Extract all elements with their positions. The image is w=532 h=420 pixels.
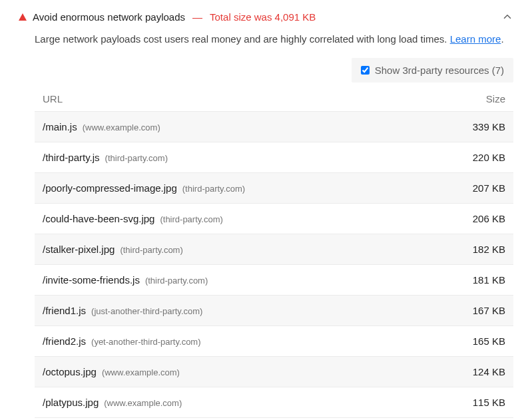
resource-size: 167 KB bbox=[445, 305, 505, 316]
url-cell[interactable]: /main.js(www.example.com) bbox=[43, 121, 445, 132]
resource-size: 220 KB bbox=[445, 152, 505, 163]
table-row: /friend1.js(just-another-third-party.com… bbox=[35, 296, 513, 326]
fail-triangle-icon bbox=[19, 13, 27, 21]
resource-path: /main.js bbox=[43, 121, 77, 132]
table-row: /poorly-compressed-image.jpg(third-party… bbox=[35, 173, 513, 204]
resource-path: /stalker-pixel.jpg bbox=[43, 244, 115, 255]
url-cell[interactable]: /stalker-pixel.jpg(third-party.com) bbox=[43, 244, 445, 255]
resource-origin: (third-party.com) bbox=[145, 276, 208, 286]
resource-origin: (third-party.com) bbox=[160, 214, 222, 224]
learn-more-link[interactable]: Learn more bbox=[450, 33, 501, 45]
third-party-label: Show 3rd-party resources (7) bbox=[375, 65, 504, 76]
table-row: /could-have-been-svg.jpg(third-party.com… bbox=[35, 204, 513, 234]
description-suffix: . bbox=[501, 33, 503, 45]
url-cell[interactable]: /octopus.jpg(www.example.com) bbox=[43, 366, 445, 377]
resource-origin: (www.example.com) bbox=[83, 122, 160, 132]
third-party-checkbox[interactable] bbox=[361, 66, 370, 75]
resource-path: /invite-some-friends.js bbox=[43, 274, 140, 286]
table-header: URL Size bbox=[35, 87, 513, 112]
resource-origin: (just-another-third-party.com) bbox=[91, 306, 202, 316]
resource-size: 124 KB bbox=[445, 366, 505, 377]
table-row: /octopus.jpg(www.example.com)124 KB bbox=[35, 357, 513, 387]
url-cell[interactable]: /could-have-been-svg.jpg(third-party.com… bbox=[43, 213, 445, 224]
resource-path: /third-party.js bbox=[43, 152, 100, 163]
third-party-toggle-row: Show 3rd-party resources (7) bbox=[35, 58, 513, 83]
audit-body: Large network payloads cost users real m… bbox=[19, 23, 513, 418]
resource-origin: (third-party.com) bbox=[182, 184, 245, 194]
url-cell[interactable]: /poorly-compressed-image.jpg(third-party… bbox=[43, 182, 445, 194]
resource-origin: (www.example.com) bbox=[102, 367, 180, 377]
audit-panel: Avoid enormous network payloads — Total … bbox=[0, 0, 532, 420]
audit-dash: — bbox=[192, 11, 202, 23]
audit-title: Avoid enormous network payloads bbox=[33, 11, 185, 23]
resource-size: 339 KB bbox=[445, 121, 505, 132]
url-cell[interactable]: /friend1.js(just-another-third-party.com… bbox=[43, 305, 445, 316]
audit-description: Large network payloads cost users real m… bbox=[35, 32, 513, 47]
table-row: /third-party.js(third-party.com)220 KB bbox=[35, 142, 513, 173]
resource-path: /friend2.js bbox=[43, 335, 86, 347]
table-row: /invite-some-friends.js(third-party.com)… bbox=[35, 265, 513, 296]
resource-path: /octopus.jpg bbox=[43, 366, 97, 377]
resource-size: 115 KB bbox=[445, 397, 505, 408]
resource-size: 206 KB bbox=[445, 213, 505, 224]
resource-size: 165 KB bbox=[445, 335, 505, 347]
resource-size: 207 KB bbox=[445, 182, 505, 194]
description-text: Large network payloads cost users real m… bbox=[35, 33, 450, 45]
resource-origin: (www.example.com) bbox=[104, 398, 182, 408]
audit-display-value: Total size was 4,091 KB bbox=[210, 11, 316, 23]
table-row: /friend2.js(yet-another-third-party.com)… bbox=[35, 326, 513, 357]
url-cell[interactable]: /friend2.js(yet-another-third-party.com) bbox=[43, 335, 445, 347]
chevron-up-icon[interactable] bbox=[501, 11, 513, 23]
table-body: /main.js(www.example.com)339 KB/third-pa… bbox=[35, 112, 513, 418]
table-row: /platypus.jpg(www.example.com)115 KB bbox=[35, 387, 513, 418]
third-party-toggle[interactable]: Show 3rd-party resources (7) bbox=[352, 58, 513, 83]
url-cell[interactable]: /third-party.js(third-party.com) bbox=[43, 152, 445, 163]
resource-path: /poorly-compressed-image.jpg bbox=[43, 182, 177, 194]
resource-origin: (third-party.com) bbox=[105, 153, 168, 163]
resource-origin: (third-party.com) bbox=[120, 245, 182, 255]
resource-path: /could-have-been-svg.jpg bbox=[43, 213, 154, 224]
resource-path: /friend1.js bbox=[43, 305, 86, 316]
url-cell[interactable]: /platypus.jpg(www.example.com) bbox=[43, 397, 445, 408]
resource-path: /platypus.jpg bbox=[43, 397, 99, 408]
resource-size: 182 KB bbox=[445, 244, 505, 255]
resource-origin: (yet-another-third-party.com) bbox=[91, 337, 200, 347]
audit-header[interactable]: Avoid enormous network payloads — Total … bbox=[19, 11, 513, 23]
resource-size: 181 KB bbox=[445, 274, 505, 286]
url-cell[interactable]: /invite-some-friends.js(third-party.com) bbox=[43, 274, 445, 286]
column-header-size: Size bbox=[445, 93, 505, 105]
column-header-url: URL bbox=[43, 93, 445, 105]
table-row: /stalker-pixel.jpg(third-party.com)182 K… bbox=[35, 234, 513, 265]
table-row: /main.js(www.example.com)339 KB bbox=[35, 112, 513, 142]
